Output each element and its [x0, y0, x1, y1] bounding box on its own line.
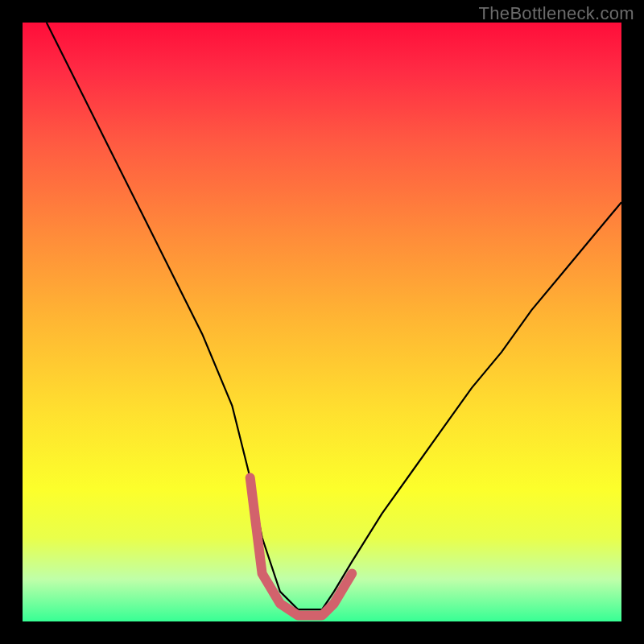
watermark-label: TheBottleneck.com: [479, 3, 634, 24]
bottleneck-curve-path: [47, 23, 621, 609]
chart-svg: [23, 23, 621, 621]
chart-plot-area: [23, 23, 621, 621]
